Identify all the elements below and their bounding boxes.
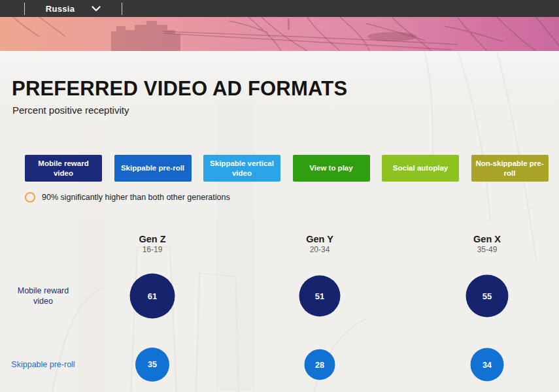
country-selector[interactable]: Russia bbox=[25, 0, 122, 17]
filter-button-skippable-pre-roll[interactable]: Skippable pre-roll bbox=[114, 155, 192, 182]
bubble-value: 34 bbox=[483, 360, 492, 369]
bubble-value: 35 bbox=[148, 360, 157, 369]
column-name: Gen Y bbox=[306, 234, 333, 244]
chevron-down-icon bbox=[92, 6, 101, 12]
banner-silhouette bbox=[0, 17, 559, 51]
column-name: Gen Z bbox=[139, 234, 165, 244]
bubble-datapoint: 55 bbox=[466, 275, 509, 318]
page: Russia bbox=[0, 0, 559, 392]
filter-button-skippable-vertical-video[interactable]: Skippable vertical video bbox=[203, 155, 280, 182]
page-subtitle: Percent positive receptivity bbox=[12, 105, 129, 116]
banner-image bbox=[0, 17, 559, 51]
filter-button-mobile-reward-video[interactable]: Mobile reward video bbox=[25, 155, 102, 182]
bubble-value: 28 bbox=[315, 360, 324, 369]
orange-circle-outline-icon bbox=[25, 192, 35, 203]
row-label-mobile-reward-video: Mobile reward video bbox=[7, 286, 79, 307]
significance-legend: 90% significantly higher than both other… bbox=[25, 192, 230, 203]
filter-button-view-to-play[interactable]: View to play bbox=[293, 155, 370, 182]
topbar-divider bbox=[122, 3, 122, 15]
filter-button-non-skippable-pre-roll[interactable]: Non-skippable pre-roll bbox=[471, 155, 549, 182]
column-name: Gen X bbox=[473, 234, 501, 244]
page-title: PREFERRED VIDEO AD FORMATS bbox=[12, 77, 347, 101]
filter-button-row: Mobile reward videoSkippable pre-rollSki… bbox=[25, 155, 549, 182]
column-age-range: 20-34 bbox=[306, 245, 333, 254]
bubble-datapoint: 34 bbox=[471, 348, 504, 382]
column-header-gen-z: Gen Z16-19 bbox=[139, 234, 165, 254]
topbar: Russia bbox=[0, 0, 559, 17]
background-watermark bbox=[0, 51, 559, 392]
column-header-gen-y: Gen Y20-34 bbox=[306, 234, 333, 254]
column-header-gen-x: Gen X35-49 bbox=[473, 234, 501, 254]
content-area bbox=[0, 51, 559, 392]
bubble-datapoint: 35 bbox=[135, 348, 169, 382]
bubble-datapoint: 51 bbox=[299, 276, 341, 317]
bubble-value: 55 bbox=[483, 291, 492, 301]
filter-button-social-autoplay[interactable]: Social autoplay bbox=[382, 155, 459, 182]
country-selector-value: Russia bbox=[46, 4, 75, 14]
bubble-value: 51 bbox=[315, 291, 324, 301]
legend-text: 90% significantly higher than both other… bbox=[42, 193, 230, 202]
bubble-datapoint: 28 bbox=[305, 350, 335, 380]
bubble-value: 61 bbox=[148, 291, 157, 301]
column-age-range: 35-49 bbox=[473, 245, 501, 254]
column-age-range: 16-19 bbox=[139, 245, 165, 254]
row-label-skippable-pre-roll: Skippable pre-roll bbox=[7, 359, 79, 370]
bubble-datapoint: 61 bbox=[130, 274, 175, 319]
